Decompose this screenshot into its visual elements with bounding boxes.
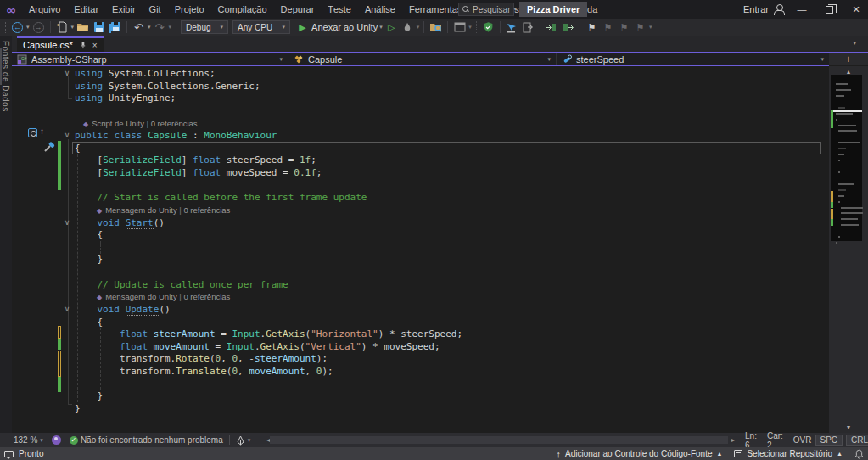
close-button[interactable]: ✕ bbox=[843, 0, 868, 19]
code-line[interactable]: void Start() bbox=[75, 217, 165, 230]
search-box[interactable]: Pesquisar ▾ bbox=[458, 3, 514, 16]
platform-dropdown[interactable]: Any CPU ▾ bbox=[232, 20, 290, 34]
next-bookmark-button[interactable]: ⚑ bbox=[617, 20, 631, 35]
code-line[interactable]: // Start is called before the first fram… bbox=[75, 192, 367, 205]
debug-configuration-dropdown[interactable]: Debug ▾ bbox=[181, 20, 228, 34]
line-ending-toggle[interactable]: CRLF bbox=[846, 435, 868, 446]
document-health-indicator[interactable]: ✓ Não foi encontrado nenhum problema bbox=[65, 433, 227, 447]
code-line[interactable]: { bbox=[75, 317, 103, 329]
data-sources-vertical-tab[interactable]: Fontes de Dados bbox=[1, 41, 10, 112]
fold-chevron-icon[interactable]: ∨ bbox=[62, 68, 72, 80]
code-line[interactable]: float moveAmount = Input.GetAxis("Vertic… bbox=[75, 341, 440, 354]
step-backward-button[interactable] bbox=[545, 20, 559, 35]
undo-button[interactable]: ↶ bbox=[132, 20, 146, 35]
redo-button[interactable]: ↷ bbox=[153, 20, 167, 35]
start-debug-icon[interactable]: ▶ bbox=[295, 20, 310, 35]
add-to-source-control-button[interactable]: ↑ Adicionar ao Controle do Código-Fonte … bbox=[557, 449, 723, 459]
code-line[interactable]: void Update() bbox=[75, 304, 171, 317]
clear-bookmarks-button[interactable]: ⚑ bbox=[633, 20, 647, 35]
toolbar-grip[interactable] bbox=[2, 21, 7, 33]
menu-editar[interactable]: Editar bbox=[67, 0, 105, 19]
code-cleanup-button[interactable]: ▾ bbox=[232, 433, 255, 447]
type-dropdown[interactable]: Capsule ▾ bbox=[288, 53, 557, 65]
feedback-panel-icon[interactable] bbox=[4, 451, 14, 457]
navigate-back-button[interactable]: ← bbox=[10, 20, 25, 35]
step-forward-button[interactable] bbox=[561, 20, 575, 35]
menu-git[interactable]: Git bbox=[143, 0, 168, 19]
code-line[interactable]: } bbox=[75, 403, 81, 416]
menu-exibir[interactable]: Exibir bbox=[105, 0, 143, 19]
code-line[interactable]: using System.Collections.Generic; bbox=[75, 81, 260, 93]
preview-window-button[interactable] bbox=[452, 20, 467, 35]
sign-in-button[interactable]: Entrar bbox=[743, 0, 784, 19]
class-gutter-marker-icon[interactable] bbox=[28, 128, 37, 137]
scroll-right-arrow-icon[interactable]: ▸ bbox=[731, 436, 735, 444]
tab-capsule-cs[interactable]: Capsule.cs* × bbox=[17, 36, 104, 52]
chevron-down-icon[interactable]: ▾ bbox=[379, 24, 383, 31]
menu-depurar[interactable]: Depurar bbox=[274, 0, 322, 19]
code-line[interactable]: using UnityEngine; bbox=[75, 93, 176, 105]
project-dropdown[interactable]: C# Assembly-CSharp ▾ bbox=[12, 53, 288, 65]
code-line[interactable]: { bbox=[75, 229, 103, 242]
new-file-button[interactable] bbox=[55, 20, 70, 35]
code-line[interactable]: [SerializeField] float moveSpeed = 0.1f; bbox=[75, 167, 322, 180]
split-editor-handle[interactable]: + bbox=[829, 53, 868, 65]
code-line[interactable]: // Update is called once per frame bbox=[75, 279, 288, 292]
minimap[interactable] bbox=[831, 75, 862, 241]
code-line[interactable]: } bbox=[75, 254, 103, 266]
navigate-cursor-forward-button[interactable] bbox=[521, 20, 535, 35]
scrollbar-expand-icon[interactable]: ▾ bbox=[829, 424, 868, 431]
zoom-dropdown[interactable]: 132 % ▾ bbox=[0, 433, 48, 447]
code-analysis-button[interactable] bbox=[481, 20, 496, 35]
menu-analise[interactable]: Análise bbox=[358, 0, 402, 19]
menu-projeto[interactable]: Projeto bbox=[168, 0, 211, 19]
menu-teste[interactable]: Teste bbox=[321, 0, 358, 19]
codelens-row[interactable]: ◆Script de Unity | 0 referências bbox=[83, 118, 198, 130]
save-all-button[interactable] bbox=[108, 20, 122, 35]
solution-name-chip[interactable]: Pizza Driver bbox=[519, 2, 587, 17]
code-line[interactable]: transform.Rotate(0, 0, -steerAmount); bbox=[75, 353, 328, 366]
find-in-files-button[interactable] bbox=[428, 20, 443, 35]
menu-arquivo[interactable]: Arquivo bbox=[22, 0, 67, 19]
toggle-bookmark-button[interactable]: ⚑ bbox=[585, 20, 599, 35]
chevron-down-icon[interactable]: ▾ bbox=[148, 24, 151, 31]
previous-bookmark-button[interactable]: ⚑ bbox=[601, 20, 615, 35]
fold-chevron-icon[interactable]: ∨ bbox=[62, 217, 72, 229]
chevron-down-icon[interactable]: ▾ bbox=[71, 24, 75, 31]
hot-reload-button[interactable] bbox=[400, 20, 415, 35]
notifications-bell-icon[interactable] bbox=[854, 449, 864, 459]
codelens-row[interactable]: ◆Mensagem do Unity | 0 referências bbox=[97, 291, 230, 303]
code-editor[interactable]: ↑ using System.Collections;∨using System… bbox=[12, 66, 829, 433]
select-repository-button[interactable]: Selecionar Repositório ▲ bbox=[734, 449, 843, 458]
menu-compilacao[interactable]: Compilação bbox=[211, 0, 274, 19]
navigate-forward-button[interactable]: → bbox=[31, 20, 46, 35]
restore-button[interactable] bbox=[816, 0, 842, 19]
navigate-cursor-back-button[interactable] bbox=[505, 20, 519, 35]
screwdriver-icon[interactable] bbox=[42, 141, 55, 154]
code-line[interactable]: [SerializeField] float steerSpeed = 1f; bbox=[75, 154, 316, 167]
pin-icon[interactable] bbox=[79, 42, 87, 49]
close-tab-icon[interactable]: × bbox=[92, 41, 98, 50]
code-line[interactable]: float steerAmount = Input.GetAxis("Horiz… bbox=[75, 328, 462, 341]
tab-list-chevron-icon[interactable]: ▾ bbox=[853, 40, 856, 47]
code-line[interactable]: transform.Translate(0, moveAmount, 0); bbox=[75, 366, 333, 379]
space-mode-toggle[interactable]: SPC bbox=[815, 435, 843, 446]
chevron-down-icon[interactable]: ▾ bbox=[26, 24, 30, 31]
start-without-debugging-icon[interactable]: ▷ bbox=[384, 20, 399, 35]
accessibility-button[interactable] bbox=[48, 433, 65, 447]
code-line[interactable]: { bbox=[75, 143, 81, 155]
horizontal-scrollbar-thumb[interactable] bbox=[270, 436, 728, 444]
overwrite-indicator[interactable]: OVR bbox=[793, 435, 812, 445]
save-button[interactable] bbox=[92, 20, 106, 35]
code-line[interactable]: } bbox=[75, 390, 103, 403]
minimize-button[interactable]: — bbox=[789, 0, 815, 19]
codelens-row[interactable]: ◆Mensagem do Unity | 0 referências bbox=[97, 205, 230, 216]
fold-chevron-icon[interactable]: ∨ bbox=[62, 130, 72, 142]
code-line[interactable]: using System.Collections; bbox=[75, 68, 216, 81]
member-dropdown[interactable]: steerSpeed ▾ bbox=[557, 53, 829, 65]
fold-chevron-icon[interactable]: ∨ bbox=[62, 304, 72, 316]
horizontal-scrollbar[interactable] bbox=[270, 435, 728, 445]
minimap-scroll-column[interactable]: ▴ ▾ bbox=[829, 66, 868, 433]
open-file-button[interactable] bbox=[76, 20, 90, 35]
attach-to-unity-button[interactable]: Anexar ao Unity bbox=[311, 22, 378, 32]
